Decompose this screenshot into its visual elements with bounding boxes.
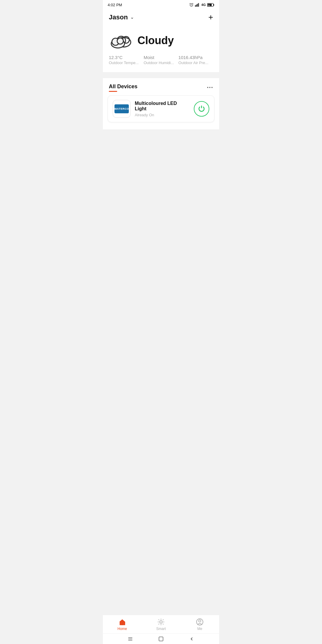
svg-rect-1 xyxy=(195,5,196,7)
weather-condition: Cloudy xyxy=(137,34,174,47)
signal-icon xyxy=(195,3,200,7)
device-brand-text: WATERCO xyxy=(114,107,129,110)
device-card[interactable]: WATERCO Multicoloured LED Light Already … xyxy=(108,95,214,122)
weather-pressure: 1016.43hPa Outdoor Air Pre... xyxy=(178,55,213,65)
device-logo-inner: WATERCO xyxy=(114,104,129,113)
device-logo: WATERCO xyxy=(113,100,131,118)
device-card-wrap: WATERCO Multicoloured LED Light Already … xyxy=(103,93,219,125)
pressure-label: Outdoor Air Pre... xyxy=(178,61,213,65)
battery-icon: 73 xyxy=(207,3,214,7)
temp-value: 12.3°C xyxy=(109,55,144,60)
weather-main: Cloudy xyxy=(109,32,213,49)
add-device-button[interactable]: + xyxy=(208,13,213,21)
svg-point-14 xyxy=(117,38,123,44)
cloud-icon xyxy=(109,32,133,49)
svg-rect-4 xyxy=(198,3,199,7)
devices-more-button[interactable]: ··· xyxy=(207,84,213,92)
chevron-down-icon: ⌄ xyxy=(130,15,134,20)
svg-rect-6 xyxy=(213,4,214,5)
section-divider xyxy=(103,75,219,78)
device-status: Already On xyxy=(135,113,190,117)
alarm-icon xyxy=(189,3,193,7)
devices-title: All Devices xyxy=(109,83,137,90)
pressure-value: 1016.43hPa xyxy=(178,55,213,60)
device-name: Multicoloured LED Light xyxy=(135,101,190,112)
status-time: 4:02 PM xyxy=(108,3,122,7)
status-bar: 4:02 PM 4G 73 xyxy=(103,0,219,10)
svg-rect-3 xyxy=(197,4,198,7)
user-selector[interactable]: Jason ⌄ xyxy=(109,13,134,21)
devices-title-underline xyxy=(109,91,117,92)
network-badge: 4G xyxy=(201,3,206,7)
devices-title-wrap: All Devices xyxy=(109,83,137,92)
humidity-label: Outdoor Humidi... xyxy=(144,61,179,65)
power-icon xyxy=(198,105,205,113)
weather-section: Cloudy 12.3°C Outdoor Tempe... Moist Out… xyxy=(103,26,219,72)
temp-label: Outdoor Tempe... xyxy=(109,61,144,65)
user-name: Jason xyxy=(109,13,128,21)
devices-section: All Devices ··· WATERCO Multicoloured LE… xyxy=(103,78,219,129)
weather-humidity: Moist Outdoor Humidi... xyxy=(144,55,179,65)
svg-text:73: 73 xyxy=(208,4,210,6)
weather-temperature: 12.3°C Outdoor Tempe... xyxy=(109,55,144,65)
svg-rect-2 xyxy=(196,4,197,7)
devices-header: All Devices ··· xyxy=(103,78,219,93)
header: Jason ⌄ + xyxy=(103,10,219,26)
device-power-button[interactable] xyxy=(194,101,209,117)
weather-stats: 12.3°C Outdoor Tempe... Moist Outdoor Hu… xyxy=(109,55,213,65)
humidity-value: Moist xyxy=(144,55,179,60)
device-info: Multicoloured LED Light Already On xyxy=(135,101,190,117)
status-icons: 4G 73 xyxy=(189,3,214,7)
